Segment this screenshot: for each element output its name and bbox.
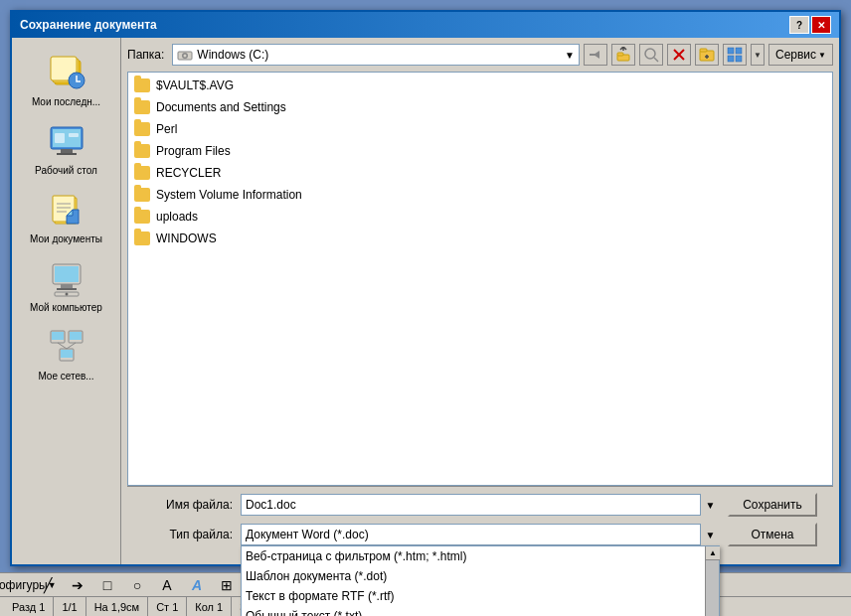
folder-select[interactable]: Windows (C:) ▼ [172, 44, 580, 66]
file-list-item[interactable]: uploads [130, 206, 830, 228]
svg-rect-8 [55, 133, 65, 143]
dropdown-option[interactable]: Обычный текст (*.txt) [242, 606, 705, 616]
file-item-name: Program Files [156, 144, 231, 158]
view-button[interactable] [723, 44, 747, 66]
scroll-up-btn[interactable]: ▲ [706, 546, 720, 560]
svg-line-36 [654, 58, 658, 62]
view-dropdown-arrow[interactable]: ▼ [751, 44, 765, 66]
folder-value: Windows (C:) [197, 48, 561, 62]
oval-tool[interactable]: ○ [123, 573, 151, 597]
file-item-name: $VAULT$.AVG [156, 78, 234, 92]
file-list-item[interactable]: $VAULT$.AVG [130, 75, 830, 96]
delete-button[interactable] [667, 44, 691, 66]
file-list-item[interactable]: RECYCLER [130, 162, 830, 184]
folder-label: Папка: [127, 48, 164, 62]
file-item-name: uploads [156, 210, 198, 224]
status-page: 1/1 [54, 597, 85, 616]
status-line: Ст 1 [148, 597, 187, 616]
svg-rect-26 [61, 350, 73, 358]
desktop-icon [45, 119, 88, 163]
dialog-title: Сохранение документа [20, 18, 157, 32]
svg-rect-43 [728, 48, 734, 54]
computer-icon [45, 256, 88, 300]
folder-icon [134, 78, 150, 92]
wordart-tool[interactable]: A [183, 573, 211, 597]
dialog-titlebar: Сохранение документа ? ✕ [12, 12, 839, 38]
sidebar-label-computer: Мой компьютер [30, 302, 102, 313]
back-button[interactable] [584, 44, 607, 66]
svg-rect-18 [57, 288, 77, 290]
sidebar-label-documents: Мои документы [30, 233, 102, 244]
dropdown-option[interactable]: Шаблон документа (*.dot) [242, 566, 705, 586]
svg-rect-34 [617, 53, 623, 56]
sidebar-item-desktop[interactable]: Рабочий стол [16, 114, 116, 181]
sidebar-item-recent[interactable]: Мои последн... [16, 46, 116, 112]
up-folder-button[interactable] [611, 44, 635, 66]
folder-icon [134, 188, 150, 202]
folder-icon [134, 231, 150, 245]
folder-icon [134, 210, 150, 224]
dialog-body: Мои последн... Рабочий стол [12, 38, 839, 564]
file-list[interactable]: $VAULT$.AVG Documents and Settings Perl … [127, 72, 833, 486]
svg-rect-40 [700, 49, 707, 52]
svg-rect-7 [57, 153, 77, 155]
folder-icon [134, 166, 150, 180]
filetype-value: Документ Word (*.doc) [246, 528, 369, 541]
sidebar-item-documents[interactable]: Мои документы [16, 183, 116, 249]
svg-rect-44 [736, 48, 742, 54]
svg-rect-45 [728, 56, 734, 62]
close-button[interactable]: ✕ [811, 16, 831, 34]
help-button[interactable]: ? [789, 16, 809, 34]
service-button[interactable]: Сервис ▼ [768, 44, 833, 66]
save-btn-col: Сохранить [728, 493, 827, 517]
folder-dropdown-arrow: ▼ [565, 50, 575, 61]
dropdown-options: Веб-страница с фильтром (*.htm; *.html)Ш… [242, 546, 705, 616]
file-list-item[interactable]: Documents and Settings [130, 96, 830, 118]
drive-icon [177, 48, 193, 62]
filename-dropdown-btn[interactable]: ▼ [700, 494, 720, 516]
dropdown-option[interactable]: Веб-страница с фильтром (*.htm; *.html) [242, 546, 705, 566]
scroll-track [706, 560, 719, 616]
search-button[interactable] [639, 44, 663, 66]
dialog-controls: ? ✕ [789, 16, 831, 34]
sidebar-label-desktop: Рабочий стол [35, 165, 97, 176]
filename-input[interactable] [241, 494, 720, 516]
file-item-name: RECYCLER [156, 166, 221, 180]
documents-icon [45, 188, 88, 231]
rect-tool[interactable]: □ [93, 573, 121, 597]
cancel-button[interactable]: Отмена [728, 523, 817, 546]
status-section: Разд 1 [4, 597, 54, 616]
main-content: Папка: Windows (C:) ▼ [121, 38, 839, 564]
new-folder-button[interactable] [695, 44, 719, 66]
save-button[interactable]: Сохранить [728, 493, 817, 517]
filetype-dropdown-btn[interactable]: ▼ [700, 524, 720, 545]
line-tool[interactable]: ╱ [34, 573, 62, 597]
file-list-item[interactable]: Program Files [130, 140, 830, 162]
file-item-name: Perl [156, 122, 177, 136]
file-list-item[interactable]: WINDOWS [130, 228, 830, 249]
folder-icon [134, 100, 150, 114]
arrow-tool[interactable]: ➔ [64, 573, 91, 597]
diagram-tool[interactable]: ⊞ [213, 573, 241, 597]
file-list-item[interactable]: Perl [130, 118, 830, 140]
dropdown-scrollbar: ▲ ▼ [705, 546, 719, 616]
file-item-name: Documents and Settings [156, 100, 286, 114]
textbox-tool[interactable]: A [153, 573, 181, 597]
sidebar-item-network[interactable]: Мое сетев... [16, 320, 116, 386]
filetype-select[interactable]: Документ Word (*.doc) [241, 524, 720, 545]
filetype-label: Тип файла: [133, 528, 233, 541]
sidebar-item-computer[interactable]: Мой компьютер [16, 251, 116, 318]
filename-label: Имя файла: [133, 498, 233, 512]
filename-row: Имя файла: ▼ Сохранить [133, 493, 827, 517]
service-label: Сервис [775, 48, 816, 62]
filetype-dropdown-list: Веб-страница с фильтром (*.htm; *.html)Ш… [241, 545, 720, 616]
svg-rect-16 [55, 266, 79, 282]
file-toolbar: Папка: Windows (C:) ▼ [127, 44, 833, 66]
svg-rect-46 [736, 56, 742, 62]
dropdown-option[interactable]: Текст в формате RTF (*.rtf) [242, 586, 705, 606]
service-arrow: ▼ [818, 51, 826, 60]
file-list-item[interactable]: System Volume Information [130, 184, 830, 206]
svg-point-31 [184, 55, 187, 58]
folder-icon [134, 122, 150, 136]
autoshapes-btn[interactable]: Автофигуры ▼ [4, 573, 32, 597]
